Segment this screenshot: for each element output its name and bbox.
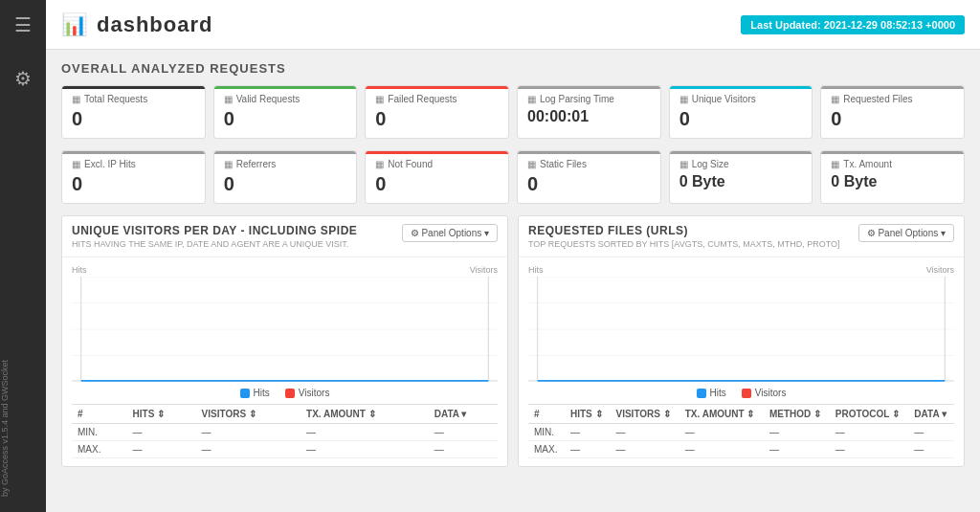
stat-label-text: Excl. IP Hits	[84, 159, 136, 169]
chart2-axis-right: Visitors	[926, 265, 954, 275]
stat-card-total-requests: ▦ Total Requests 0	[61, 85, 206, 139]
chart2-legend: Hits Visitors	[528, 388, 954, 398]
stat-card-excl.-ip-hits: ▦ Excl. IP Hits 0	[61, 150, 206, 204]
content-area: OVERALL ANALYZED REQUESTS ▦ Total Reques…	[46, 50, 980, 512]
bar-chart-icon: ▦	[72, 159, 80, 169]
chart2-subtitle: TOP REQUESTS SORTED BY HITS [AVGTS, CUMT…	[528, 239, 840, 249]
stat-label: ▦ Valid Requests	[224, 94, 347, 104]
legend-dot	[742, 389, 751, 398]
main-content: 📊 dashboard Last Updated: 2021-12-29 08:…	[46, 0, 980, 512]
table-cell: —	[565, 441, 611, 458]
stat-label: ▦ Unique Visitors	[679, 94, 803, 104]
bar-chart-icon: ▦	[527, 94, 536, 104]
table-header[interactable]: TX. AMOUNT ⇕	[301, 405, 429, 424]
table-header[interactable]: HITS ⇕	[127, 405, 196, 424]
stat-value: 0	[679, 108, 803, 130]
table-cell: MIN.	[72, 424, 127, 441]
charts-row: UNIQUE VISITORS PER DAY - INCLUDING SPID…	[61, 215, 965, 467]
sidebar-branding: by GoAccess v1.5.4 and GWSocket	[0, 360, 46, 497]
stat-card-log-size: ▦ Log Size 0 Byte	[669, 150, 813, 204]
stats-grid-row2: ▦ Excl. IP Hits 0 ▦ Referrers 0 ▦ Not Fo…	[61, 150, 965, 204]
stat-label-text: Static Files	[540, 159, 587, 169]
table-header[interactable]: METHOD ⇕	[764, 405, 830, 424]
table-cell: —	[679, 424, 764, 441]
table-header[interactable]: VISITORS ⇕	[611, 405, 679, 424]
bar-chart-icon: ▦	[527, 159, 536, 169]
stat-card-requested-files: ▦ Requested Files 0	[820, 85, 965, 139]
stat-value: 0	[224, 173, 347, 195]
stat-label-text: Referrers	[236, 159, 277, 169]
stat-label: ▦ Total Requests	[72, 94, 195, 104]
table-header[interactable]: DATA ▾	[429, 405, 498, 424]
bar-chart-icon: ▦	[831, 94, 839, 104]
chart1-svg-container	[72, 277, 498, 382]
bar-chart-icon: ▦	[831, 159, 839, 169]
bar-chart-icon: ▦	[375, 159, 384, 169]
table-cell: MAX.	[72, 441, 127, 458]
chart1-legend: Hits Visitors	[72, 388, 498, 398]
stat-label-text: Unique Visitors	[692, 94, 756, 104]
bar-chart-icon: ▦	[224, 159, 233, 169]
stats-grid-row1: ▦ Total Requests 0 ▦ Valid Requests 0 ▦ …	[61, 85, 965, 139]
header-left: 📊 dashboard	[61, 12, 212, 37]
stat-card-static-files: ▦ Static Files 0	[517, 150, 661, 204]
table-cell: MIN.	[528, 424, 565, 441]
stat-card-valid-requests: ▦ Valid Requests 0	[213, 85, 358, 139]
chart1-table: #HITS ⇕VISITORS ⇕TX. AMOUNT ⇕DATA ▾MIN.—…	[72, 404, 498, 458]
table-cell: —	[429, 424, 498, 441]
table-cell: —	[679, 441, 764, 458]
bar-chart-icon: ▦	[679, 94, 688, 104]
legend-dot	[240, 389, 250, 398]
chart-panel-visitors: UNIQUE VISITORS PER DAY - INCLUDING SPID…	[61, 215, 508, 467]
chart2-title-block: REQUESTED FILES (URLS) TOP REQUESTS SORT…	[528, 224, 840, 249]
stat-card-unique-visitors: ▦ Unique Visitors 0	[669, 85, 813, 139]
legend-label: Hits	[710, 388, 726, 398]
table-header[interactable]: #	[72, 405, 127, 424]
table-header[interactable]: #	[528, 405, 565, 424]
table-cell: MAX.	[528, 441, 565, 458]
table-cell: —	[127, 441, 196, 458]
stat-card-tx.-amount: ▦ Tx. Amount 0 Byte	[820, 150, 965, 204]
table-cell: —	[196, 424, 301, 441]
table-cell: —	[611, 424, 679, 441]
chart1-panel-options-button[interactable]: ⚙ Panel Options ▾	[402, 224, 498, 242]
stat-label: ▦ Failed Requests	[375, 94, 499, 104]
stat-label-text: Not Found	[388, 159, 433, 169]
chart1-title-block: UNIQUE VISITORS PER DAY - INCLUDING SPID…	[72, 224, 357, 249]
stat-label-text: Valid Requests	[236, 94, 301, 104]
stat-value: 0	[72, 173, 195, 195]
chart1-header: UNIQUE VISITORS PER DAY - INCLUDING SPID…	[62, 216, 507, 257]
table-cell: —	[764, 424, 830, 441]
chart2-title: REQUESTED FILES (URLS)	[528, 224, 840, 237]
table-header[interactable]: PROTOCOL ⇕	[830, 405, 908, 424]
page-title: dashboard	[97, 12, 212, 37]
gear-icon[interactable]: ⚙	[9, 61, 37, 96]
stat-label: ▦ Referrers	[224, 159, 347, 169]
stat-label: ▦ Excl. IP Hits	[72, 159, 195, 169]
sidebar: ☰ ⚙ by GoAccess v1.5.4 and GWSocket	[0, 0, 46, 512]
chart1-axis-left: Hits	[72, 265, 87, 275]
table-row: MAX.——————	[528, 441, 954, 458]
bar-chart-icon: ▦	[224, 94, 233, 104]
bar-chart-icon: ▦	[72, 94, 80, 104]
stat-card-referrers: ▦ Referrers 0	[213, 150, 358, 204]
table-cell: —	[830, 441, 908, 458]
chart-panel-files: REQUESTED FILES (URLS) TOP REQUESTS SORT…	[518, 215, 965, 467]
table-header[interactable]: VISITORS ⇕	[196, 405, 301, 424]
table-header[interactable]: TX. AMOUNT ⇕	[679, 405, 764, 424]
chart2-axis-left: Hits	[528, 265, 544, 275]
table-header[interactable]: DATA ▾	[908, 405, 954, 424]
logo-icon: 📊	[61, 12, 87, 37]
stat-label: ▦ Log Parsing Time	[527, 94, 651, 104]
bar-chart-icon: ▦	[375, 94, 384, 104]
chart2-header: REQUESTED FILES (URLS) TOP REQUESTS SORT…	[519, 216, 964, 257]
chart1-subtitle: HITS HAVING THE SAME IP, DATE AND AGENT …	[72, 239, 357, 249]
stat-label-text: Failed Requests	[388, 94, 457, 104]
stat-value: 0	[224, 108, 347, 130]
legend-dot	[697, 389, 706, 398]
menu-icon[interactable]: ☰	[9, 8, 37, 42]
table-cell: —	[127, 424, 196, 441]
table-header[interactable]: HITS ⇕	[565, 405, 611, 424]
chart2-panel-options-button[interactable]: ⚙ Panel Options ▾	[858, 224, 954, 242]
legend-label: Visitors	[299, 388, 330, 398]
